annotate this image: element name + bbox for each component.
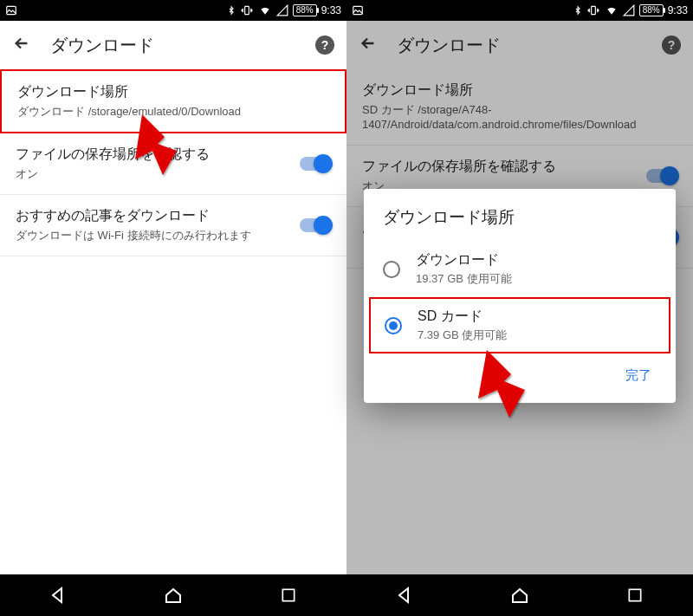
app-header: ダウンロード ? [0, 21, 346, 69]
radio-sublabel: 7.39 GB 使用可能 [418, 327, 507, 343]
toggle-switch[interactable] [300, 157, 331, 171]
help-icon[interactable]: ? [315, 36, 334, 55]
app-header: ダウンロード ? [346, 21, 693, 69]
page-title: ダウンロード [397, 34, 643, 57]
nav-recent[interactable] [277, 584, 300, 606]
battery-icon: 88% [293, 4, 317, 16]
setting-title: ダウンロード場所 [362, 81, 677, 100]
status-bar: 88% 9:33 [0, 0, 346, 21]
nav-home[interactable] [162, 584, 185, 606]
signal-icon [276, 4, 288, 16]
setting-subtitle: ダウンロードは Wi-Fi 接続時にのみ行われます [16, 229, 289, 243]
setting-title: おすすめの記事をダウンロード [16, 207, 289, 225]
battery-icon: 88% [639, 4, 664, 16]
help-icon[interactable]: ? [662, 36, 681, 55]
toggle-switch[interactable] [300, 218, 331, 232]
setting-download-location[interactable]: ダウンロード場所 SD カード /storage/A748-1407/Andro… [346, 69, 693, 146]
page-title: ダウンロード [50, 34, 296, 57]
radio-sublabel: 19.37 GB 使用可能 [416, 271, 512, 287]
svg-rect-4 [591, 6, 595, 14]
back-icon[interactable] [359, 34, 378, 56]
nav-bar [346, 574, 693, 616]
nav-bar [0, 574, 346, 616]
svg-rect-1 [244, 6, 249, 14]
nav-back[interactable] [393, 584, 416, 606]
annotation-arrow [468, 343, 546, 430]
dialog-done-button[interactable]: 完了 [617, 362, 660, 389]
bluetooth-icon [227, 4, 236, 16]
radio-option-download[interactable]: ダウンロード 19.37 GB 使用可能 [364, 241, 676, 297]
setting-subtitle: SD カード /storage/A748-1407/Android/data/c… [362, 103, 677, 133]
vibrate-icon [240, 4, 254, 16]
status-time: 9:33 [321, 4, 341, 16]
status-bar: 88% 9:33 [346, 0, 693, 21]
toggle-switch[interactable] [646, 169, 677, 183]
radio-label: ダウンロード [416, 251, 512, 269]
status-time: 9:33 [668, 4, 688, 16]
back-icon[interactable] [12, 34, 31, 56]
wifi-icon [605, 4, 619, 16]
nav-home[interactable] [508, 584, 531, 606]
wifi-icon [258, 4, 272, 16]
bluetooth-icon [573, 4, 582, 16]
svg-rect-2 [283, 589, 295, 600]
signal-icon [623, 4, 635, 16]
annotation-arrow [126, 107, 196, 185]
nav-back[interactable] [47, 584, 69, 606]
nav-recent[interactable] [624, 584, 646, 606]
setting-download-articles[interactable]: おすすめの記事をダウンロード ダウンロードは Wi-Fi 接続時にのみ行われます [0, 195, 346, 256]
image-icon [352, 4, 364, 16]
setting-title: ダウンロード場所 [17, 83, 329, 101]
dialog-title: ダウンロード場所 [364, 206, 676, 241]
image-icon [5, 4, 17, 16]
radio-checked-icon [385, 317, 402, 334]
radio-unchecked-icon [383, 261, 400, 278]
svg-rect-5 [630, 589, 641, 600]
vibrate-icon [586, 4, 600, 16]
setting-title: ファイルの保存場所を確認する [362, 158, 636, 176]
radio-label: SD カード [418, 308, 507, 326]
